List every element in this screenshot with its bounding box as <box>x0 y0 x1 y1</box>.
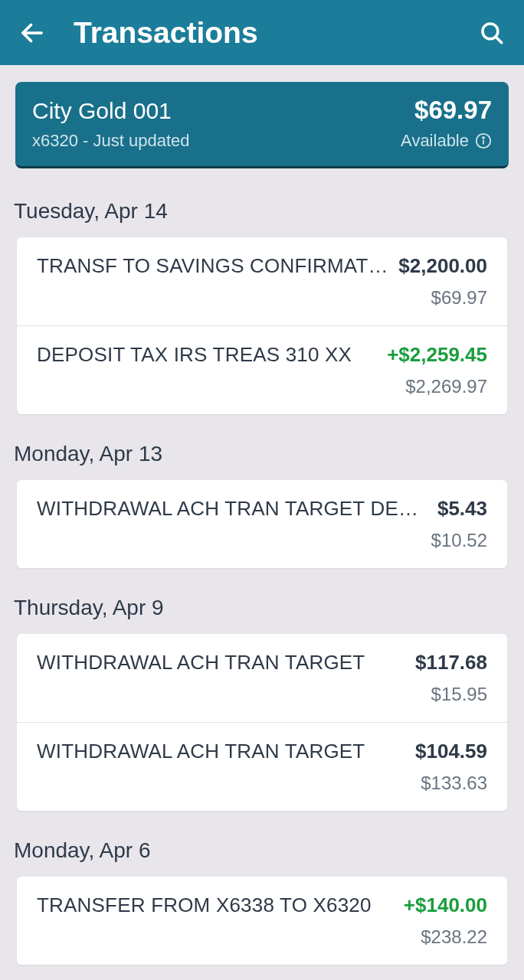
date-header: Thursday, Apr 9 <box>2 568 522 634</box>
transaction-row-top: TRANSFER FROM X6338 TO X6320+$140.00 <box>37 893 487 917</box>
available-label: Available <box>401 131 469 151</box>
transaction-row[interactable]: DEPOSIT TAX IRS TREAS 310 XX+$2,259.45$2… <box>17 326 507 414</box>
transaction-row[interactable]: WITHDRAWAL ACH TRAN TARGET DEBIT$5.43$10… <box>17 480 507 568</box>
transaction-amount: $117.68 <box>415 651 487 675</box>
app-header: Transactions <box>0 0 524 65</box>
back-arrow-icon <box>18 19 46 47</box>
transaction-row-top: WITHDRAWAL ACH TRAN TARGET DEBIT$5.43 <box>37 497 487 521</box>
transaction-group-card: WITHDRAWAL ACH TRAN TARGET DEBIT$5.43$10… <box>17 480 507 568</box>
account-subtext: x6320 - Just updated <box>32 131 189 151</box>
search-icon <box>479 20 505 46</box>
back-button[interactable] <box>14 15 51 51</box>
transaction-row-top: WITHDRAWAL ACH TRAN TARGET$117.68 <box>37 651 487 675</box>
date-header: Tuesday, Apr 14 <box>2 168 522 237</box>
svg-point-5 <box>483 137 484 139</box>
transaction-balance: $10.52 <box>37 530 487 551</box>
transaction-group-card: TRANSFER FROM X6338 TO X6320+$140.00$238… <box>17 877 507 965</box>
transaction-row[interactable]: WITHDRAWAL ACH TRAN TARGET$117.68$15.95 <box>17 634 507 723</box>
account-summary-card[interactable]: City Gold 001 $69.97 x6320 - Just update… <box>15 82 509 168</box>
page-title: Transactions <box>74 16 473 50</box>
transaction-amount: +$140.00 <box>404 893 487 917</box>
transactions-list: Tuesday, Apr 14TRANSF TO SAVINGS CONFIRM… <box>0 168 524 965</box>
transaction-group-card: WITHDRAWAL ACH TRAN TARGET$117.68$15.95W… <box>17 634 507 811</box>
search-button[interactable] <box>473 15 510 51</box>
transaction-row[interactable]: WITHDRAWAL ACH TRAN TARGET$104.59$133.63 <box>17 723 507 811</box>
date-header: Monday, Apr 6 <box>2 811 522 877</box>
transaction-description: TRANSFER FROM X6338 TO X6320 <box>37 893 395 917</box>
transaction-description: WITHDRAWAL ACH TRAN TARGET <box>37 651 406 675</box>
transaction-description: WITHDRAWAL ACH TRAN TARGET <box>37 740 406 763</box>
date-header: Monday, Apr 13 <box>2 414 522 480</box>
account-available: Available <box>401 131 492 151</box>
transaction-row[interactable]: TRANSF TO SAVINGS CONFIRMATION$2,200.00$… <box>17 237 507 326</box>
transaction-balance: $15.95 <box>37 684 487 705</box>
account-summary-bottom: x6320 - Just updated Available <box>32 131 492 151</box>
transaction-row[interactable]: TRANSFER FROM X6338 TO X6320+$140.00$238… <box>17 877 507 965</box>
info-icon <box>475 132 492 149</box>
transaction-amount: +$2,259.45 <box>387 343 487 367</box>
transaction-row-top: DEPOSIT TAX IRS TREAS 310 XX+$2,259.45 <box>37 343 487 367</box>
account-name: City Gold 001 <box>32 98 172 124</box>
svg-line-2 <box>496 36 502 42</box>
transaction-row-top: WITHDRAWAL ACH TRAN TARGET$104.59 <box>37 740 487 763</box>
transaction-balance: $2,269.97 <box>37 376 487 397</box>
transaction-group-card: TRANSF TO SAVINGS CONFIRMATION$2,200.00$… <box>17 237 507 414</box>
account-summary-top: City Gold 001 $69.97 <box>32 96 492 125</box>
transaction-description: TRANSF TO SAVINGS CONFIRMATION <box>37 254 389 278</box>
transaction-amount: $5.43 <box>437 497 487 521</box>
account-balance: $69.97 <box>414 96 492 125</box>
transaction-balance: $133.63 <box>37 773 487 794</box>
transaction-amount: $104.59 <box>415 740 487 763</box>
transaction-amount: $2,200.00 <box>398 254 487 278</box>
transaction-balance: $69.97 <box>37 287 487 309</box>
info-button[interactable] <box>475 132 492 149</box>
transaction-balance: $238.22 <box>37 926 487 948</box>
transaction-row-top: TRANSF TO SAVINGS CONFIRMATION$2,200.00 <box>37 254 487 278</box>
transaction-description: DEPOSIT TAX IRS TREAS 310 XX <box>37 343 378 367</box>
transaction-description: WITHDRAWAL ACH TRAN TARGET DEBIT <box>37 497 428 521</box>
